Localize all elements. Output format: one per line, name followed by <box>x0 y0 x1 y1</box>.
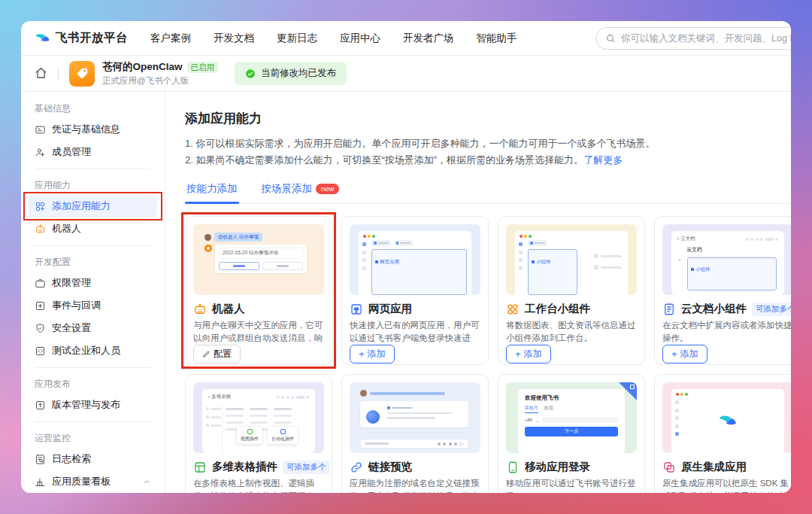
sidebar-item-quality-board[interactable]: 应用质量看板 <box>29 470 157 493</box>
card-description: 在云文档中扩展内容或者添加快捷操作。 <box>662 319 791 345</box>
sidebar-item-version-release[interactable]: 版本管理与发布 <box>29 394 157 416</box>
card-title: 工作台小组件 <box>525 302 590 316</box>
add-button[interactable]: +添加 <box>350 345 395 363</box>
sidebar-item-label: 事件与回调 <box>52 299 101 312</box>
sidebar-item-credentials[interactable]: 凭证与基础信息 <box>29 118 157 141</box>
page-description: 1. 你可以根据实际需求，为应用开启能力。单个应用可开启多种能力，一个能力可用于… <box>185 135 791 169</box>
divider <box>35 245 151 246</box>
app-avatar[interactable] <box>69 61 95 87</box>
chevron-up-icon[interactable] <box>143 478 151 486</box>
nav-item-cases[interactable]: 客户案例 <box>150 32 191 45</box>
sidebar-section-title: 运营监控 <box>29 427 157 448</box>
sidebar-item-label: 版本管理与发布 <box>52 398 120 412</box>
grid-add-icon <box>35 201 46 212</box>
doc-widget-icon <box>662 303 676 316</box>
sidebar-item-events[interactable]: 事件与回调 <box>29 294 157 317</box>
tab-by-capability[interactable]: 按能力添加 <box>185 179 239 203</box>
card-title: 链接预览 <box>368 460 412 474</box>
sidebar-item-test-org[interactable]: 测试企业和人员 <box>29 339 157 362</box>
card-title: 多维表格插件 <box>212 460 277 474</box>
avatar <box>205 234 211 241</box>
bitable-preview-image: ‹多维表格 视图插件 自动化插件 <box>193 382 324 453</box>
card-title: 移动应用登录 <box>525 460 590 474</box>
shield-check-icon <box>35 323 46 334</box>
id-card-icon <box>35 124 46 135</box>
card-description: 原生集成应用可以把原生 SDK 集成到飞书本地，并调用其中的对应方法，为用户提.… <box>662 477 791 493</box>
widgets-icon <box>506 303 520 316</box>
card-title: 机器人 <box>212 302 245 316</box>
app-window: 飞书开放平台 客户案例 开发文档 更新日志 应用中心 开发者广场 智能助手 苍何… <box>21 21 791 493</box>
sidebar-item-security[interactable]: 安全设置 <box>29 317 157 339</box>
nav-item-changelog[interactable]: 更新日志 <box>277 32 317 45</box>
tab-by-scenario[interactable]: 按场景添加 new <box>260 179 341 203</box>
capability-card-bot[interactable]: @机器人 待办事项 2022-05-20 待办事项详情 机器人 与用户在聊天中交… <box>185 216 332 365</box>
sidebar-section-title: 开发配置 <box>29 251 157 272</box>
tab-label: 按场景添加 <box>262 182 313 196</box>
add-button[interactable]: +添加 <box>662 345 707 363</box>
capability-card-docs-widget[interactable]: ‹云文档 云文档 + 小组件 云文档小组件 可添加多个 在云文档中扩展内容或者添… <box>654 216 791 365</box>
global-search[interactable] <box>595 27 791 50</box>
learn-more-link[interactable]: 了解更多 <box>583 154 623 166</box>
top-nav-menu: 客户案例 开发文档 更新日志 应用中心 开发者广场 智能助手 <box>150 32 517 45</box>
multi-add-badge: 可添加多个 <box>283 461 330 474</box>
robot-icon <box>35 224 46 235</box>
event-callback-icon <box>35 300 46 312</box>
person-add-icon <box>35 147 46 158</box>
divider <box>35 169 151 169</box>
sidebar-item-label: 添加应用能力 <box>52 199 111 213</box>
sidebar-section-title: 基础信息 <box>29 98 157 118</box>
divider <box>35 367 151 368</box>
publish-status-text: 当前修改均已发布 <box>261 67 336 80</box>
tag-icon <box>75 66 89 81</box>
workbench-preview-image: 小组件 <box>506 224 637 295</box>
capability-card-mobile-login[interactable]: 欢迎使用飞书 手机号邮箱 +86⌄ 下一步 移动应用登录 移动应用可以通过飞书账… <box>498 374 645 493</box>
mobile-login-preview-image: 欢迎使用飞书 手机号邮箱 +86⌄ 下一步 <box>506 382 637 453</box>
sidebar-item-permissions[interactable]: 权限管理 <box>29 272 157 294</box>
capability-card-link-preview[interactable]: ▷ 链接预览 应用能为注册的域名自定义链接预览，用户在飞书发送链接后，能在链接下… <box>341 374 489 493</box>
card-title: 网页应用 <box>368 302 412 316</box>
home-icon[interactable] <box>35 67 47 80</box>
app-name: 苍何的OpenClaw <box>102 61 183 74</box>
pencil-icon <box>202 350 211 358</box>
nav-item-docs[interactable]: 开发文档 <box>214 32 254 45</box>
search-icon <box>605 33 616 44</box>
nav-item-ai-assistant[interactable]: 智能助手 <box>477 32 517 45</box>
plus-icon: + <box>359 349 365 359</box>
sidebar-item-label: 安全设置 <box>52 321 91 335</box>
add-button[interactable]: +添加 <box>506 345 551 363</box>
sidebar-section-title: 应用发布 <box>29 373 157 394</box>
browser-icon <box>350 303 363 316</box>
card-description: 快速接入已有的网页应用，用户可以通过飞书客户端免登录快速进入。 <box>350 319 480 345</box>
robot-icon <box>205 245 212 252</box>
divider <box>58 68 59 80</box>
capability-card-grid: @机器人 待办事项 2022-05-20 待办事项详情 机器人 与用户在聊天中交… <box>185 216 791 493</box>
sidebar-item-add-capability[interactable]: 添加应用能力 <box>29 195 157 217</box>
card-title: 原生集成应用 <box>681 460 747 474</box>
nav-item-app-center[interactable]: 应用中心 <box>340 32 380 45</box>
mobile-phone-icon <box>506 461 520 474</box>
sidebar-item-bot[interactable]: 机器人 <box>29 217 157 240</box>
nav-item-dev-square[interactable]: 开发者广场 <box>403 32 454 45</box>
bar-chart-icon <box>35 476 46 488</box>
search-input[interactable] <box>621 33 791 44</box>
robot-icon <box>193 303 207 316</box>
capability-card-native-integration[interactable]: 原生集成应用 原生集成应用可以把原生 SDK 集成到飞书本地，并调用其中的对应方… <box>654 374 791 493</box>
brand[interactable]: 飞书开放平台 <box>35 30 128 46</box>
app-subtitle: 正式应用@飞书个人版 <box>102 75 218 86</box>
configure-button[interactable]: 配置 <box>193 345 241 363</box>
capability-card-bitable-plugin[interactable]: ‹多维表格 视图插件 自动化插件 <box>185 374 332 493</box>
bot-preview-image: @机器人 待办事项 2022-05-20 待办事项详情 <box>193 224 324 295</box>
sidebar-item-members[interactable]: 成员管理 <box>29 141 157 163</box>
sidebar-item-log-search[interactable]: 日志检索 <box>29 448 157 470</box>
capability-card-webapp[interactable]: 网页应用 网页应用 快速接入已有的网页应用，用户可以通过飞书客户端免登录快速进入… <box>341 216 489 365</box>
divider <box>35 421 151 422</box>
card-title: 云文档小组件 <box>681 302 747 316</box>
main-content: 添加应用能力 1. 你可以根据实际需求，为应用开启能力。单个应用可开启多种能力，… <box>165 92 791 493</box>
app-header-bar: 苍何的OpenClaw 已启用 正式应用@飞书个人版 当前修改均已发布 <box>21 56 791 92</box>
sidebar-item-label: 应用质量看板 <box>52 475 111 488</box>
native-app-icon <box>662 461 676 474</box>
capability-card-workbench-widget[interactable]: 小组件 工作台小组件 将数据图表、图文资讯等信息通过小组件添加到工作台。 +添加 <box>498 216 645 365</box>
description-line-2: 2. 如果尚不确定需要添加什么能力，可切换至“按场景添加”，根据所需的业务场景选… <box>185 152 791 169</box>
sidebar-item-label: 日志检索 <box>52 452 91 466</box>
publish-status-pill: 当前修改均已发布 <box>235 62 347 85</box>
